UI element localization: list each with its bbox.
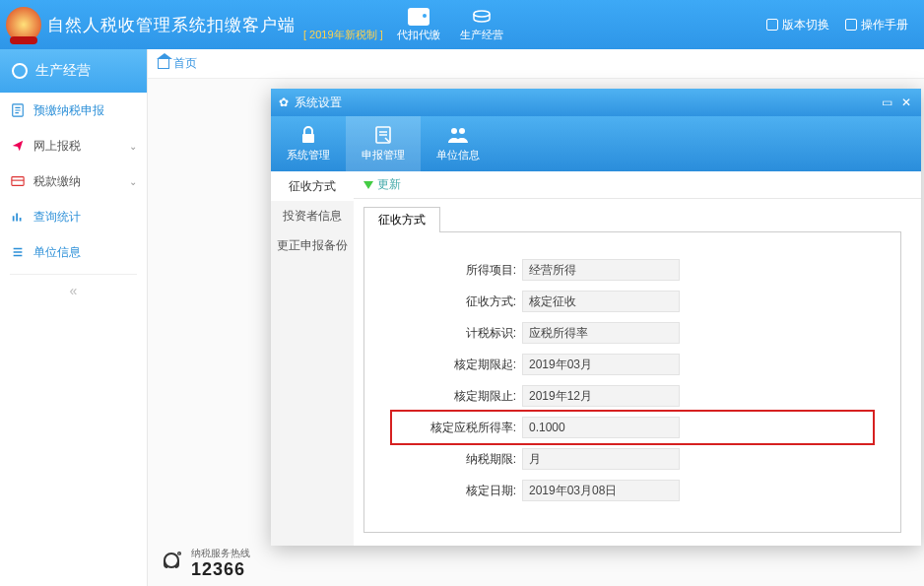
sidebar-label: 查询统计 — [33, 209, 81, 226]
tab-unit[interactable]: 单位信息 — [421, 116, 495, 171]
chevron-down-icon: ⌄ — [129, 141, 137, 152]
sidebar-label: 网上报税 — [33, 138, 81, 155]
book-icon — [845, 19, 857, 31]
sidebar-label: 单位信息 — [33, 244, 81, 261]
form-box: 所得项目:经营所得征收方式:核定征收计税标识:应税所得率核定期限起:2019年0… — [363, 231, 901, 533]
content-area: 首页 ✿ 系统设置 ▭ ✕ 系统管理 申报管理 单位信息 — [148, 49, 924, 586]
form-label: 核定应税所得率: — [394, 420, 522, 436]
maximize-icon[interactable]: ▭ — [880, 96, 893, 109]
withholding-label: 代扣代缴 — [397, 28, 440, 42]
menu-correction[interactable]: 更正申报备份 — [271, 230, 354, 260]
app-logo-icon — [6, 7, 41, 42]
form-label: 计税标识: — [394, 325, 522, 342]
svg-point-7 — [165, 553, 178, 567]
svg-rect-3 — [302, 134, 314, 143]
svg-point-0 — [474, 11, 490, 17]
form-value: 月 — [522, 448, 680, 470]
dialog-title: 系统设置 — [295, 95, 874, 111]
form-value: 核定征收 — [522, 291, 680, 312]
sidebar-label: 税款缴纳 — [33, 173, 81, 190]
version-switch-label: 版本切换 — [782, 17, 829, 33]
doc-icon — [10, 103, 26, 117]
chevron-down-icon: ⌄ — [129, 176, 137, 187]
menu-collection-mode[interactable]: 征收方式 — [271, 171, 354, 201]
divider — [10, 274, 137, 275]
app-title: 自然人税收管理系统扣缴客户端 — [47, 14, 296, 36]
switch-icon — [766, 19, 778, 31]
card-icon — [10, 174, 26, 188]
dialog-titlebar[interactable]: ✿ 系统设置 ▭ ✕ — [271, 89, 921, 116]
home-icon — [158, 59, 169, 69]
form-value: 0.1000 — [522, 417, 680, 438]
headset-icon: ! — [158, 549, 185, 576]
list-icon — [10, 245, 26, 259]
form-row: 核定期限止:2019年12月 — [394, 382, 871, 410]
svg-rect-2 — [12, 177, 24, 186]
dialog-tabs: 系统管理 申报管理 单位信息 — [271, 116, 921, 171]
form-row: 核定日期:2019年03月08日 — [394, 477, 871, 504]
sidebar-item-unit[interactable]: 单位信息 — [0, 234, 147, 270]
inner-tab: 征收方式 — [363, 207, 921, 232]
chart-icon — [10, 210, 26, 224]
form-value: 2019年03月 — [522, 354, 680, 375]
lock-icon — [271, 122, 346, 148]
close-icon[interactable]: ✕ — [899, 96, 913, 109]
new-rule-badge: [ 2019年新税制 ] — [303, 28, 383, 42]
form-label: 核定期限止: — [394, 388, 522, 405]
sidebar-header-label: 生产经营 — [35, 62, 91, 80]
sidebar-item-query[interactable]: 查询统计 — [0, 199, 147, 234]
form-row: 所得项目:经营所得 — [394, 256, 871, 284]
form-label: 所得项目: — [394, 262, 522, 279]
manual-label: 操作手册 — [861, 17, 908, 33]
withholding-tool[interactable]: 代扣代缴 — [397, 8, 440, 42]
sidebar-label: 预缴纳税申报 — [33, 102, 104, 119]
business-tool[interactable]: 生产经营 — [460, 8, 503, 42]
svg-point-5 — [451, 128, 457, 134]
svg-point-6 — [459, 128, 465, 134]
plane-icon — [10, 139, 26, 153]
inner-tab-collection[interactable]: 征收方式 — [363, 207, 440, 232]
form-row: 核定应税所得率:0.1000 — [394, 414, 871, 441]
breadcrumb: 首页 — [148, 49, 924, 79]
collapse-sidebar[interactable]: « — [0, 279, 147, 302]
version-switch-link[interactable]: 版本切换 — [766, 17, 829, 33]
form-row: 核定期限起:2019年03月 — [394, 351, 871, 378]
tab-label: 单位信息 — [421, 148, 495, 163]
sidebar-item-prepay[interactable]: 预缴纳税申报 — [0, 93, 147, 128]
coins-icon — [471, 8, 493, 26]
form-label: 核定期限起: — [394, 357, 522, 373]
tab-label: 系统管理 — [271, 148, 346, 163]
tab-system[interactable]: 系统管理 — [271, 116, 346, 171]
form-row: 纳税期限:月 — [394, 445, 871, 473]
settings-icon: ✿ — [279, 96, 289, 109]
gear-icon — [12, 63, 28, 79]
form-label: 核定日期: — [394, 483, 522, 499]
dialog-left-menu: 征收方式 投资者信息 更正申报备份 — [271, 171, 354, 546]
form-value: 应税所得率 — [522, 322, 680, 344]
edit-doc-icon — [346, 122, 421, 148]
business-label: 生产经营 — [460, 28, 503, 42]
sidebar-header: 生产经营 — [0, 49, 147, 93]
top-bar: 自然人税收管理系统扣缴客户端 [ 2019年新税制 ] 代扣代缴 生产经营 版本… — [0, 0, 924, 49]
form-label: 纳税期限: — [394, 451, 522, 468]
update-bar[interactable]: 更新 — [354, 171, 921, 199]
download-icon — [363, 181, 373, 189]
form-value: 经营所得 — [522, 259, 680, 281]
sidebar-item-online[interactable]: 网上报税 ⌄ — [0, 128, 147, 163]
tab-label: 申报管理 — [346, 148, 421, 163]
form-row: 计税标识:应税所得率 — [394, 319, 871, 347]
breadcrumb-home[interactable]: 首页 — [173, 55, 197, 72]
settings-dialog: ✿ 系统设置 ▭ ✕ 系统管理 申报管理 单位信息 — [271, 89, 921, 546]
wallet-icon — [408, 8, 429, 26]
manual-link[interactable]: 操作手册 — [845, 17, 908, 33]
dialog-right-pane: 更新 征收方式 所得项目:经营所得征收方式:核定征收计税标识:应税所得率核定期限… — [354, 171, 921, 546]
menu-investor[interactable]: 投资者信息 — [271, 201, 354, 230]
form-value: 2019年03月08日 — [522, 480, 680, 501]
hotline: ! 纳税服务热线 12366 — [158, 547, 250, 578]
sidebar-item-pay[interactable]: 税款缴纳 ⌄ — [0, 163, 147, 199]
tab-declare[interactable]: 申报管理 — [346, 116, 421, 171]
people-icon — [421, 122, 495, 148]
update-label: 更新 — [377, 176, 401, 193]
svg-text:!: ! — [178, 552, 179, 557]
form-row: 征收方式:核定征收 — [394, 288, 871, 315]
